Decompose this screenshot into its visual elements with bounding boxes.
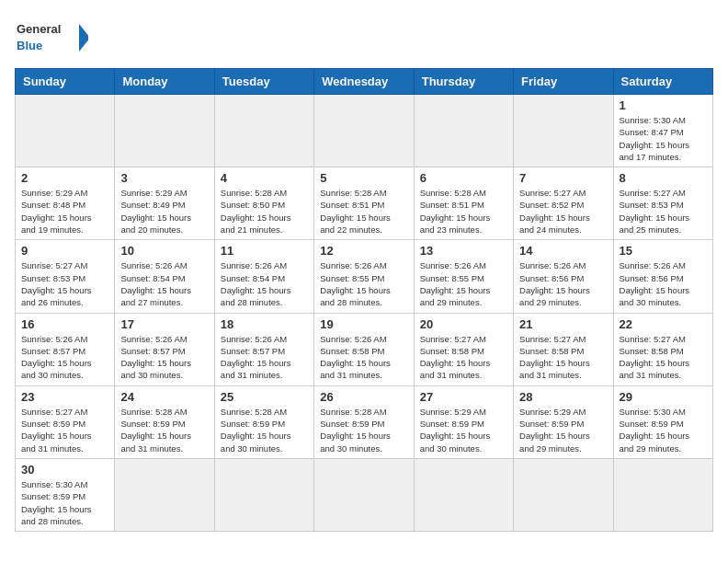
calendar-cell bbox=[115, 95, 214, 167]
calendar-cell: 4Sunrise: 5:28 AM Sunset: 8:50 PM Daylig… bbox=[214, 167, 313, 240]
calendar-cell: 2Sunrise: 5:29 AM Sunset: 8:48 PM Daylig… bbox=[16, 167, 115, 240]
day-number: 8 bbox=[620, 171, 707, 185]
calendar-cell: 11Sunrise: 5:26 AM Sunset: 8:54 PM Dayli… bbox=[214, 240, 313, 313]
calendar-cell: 21Sunrise: 5:27 AM Sunset: 8:58 PM Dayli… bbox=[514, 313, 613, 385]
day-info: Sunrise: 5:30 AM Sunset: 8:59 PM Dayligh… bbox=[21, 478, 108, 527]
day-number: 26 bbox=[320, 390, 407, 404]
calendar-cell: 18Sunrise: 5:26 AM Sunset: 8:57 PM Dayli… bbox=[214, 313, 313, 385]
calendar-cell bbox=[16, 95, 115, 167]
day-number: 20 bbox=[420, 317, 507, 331]
calendar-cell: 26Sunrise: 5:28 AM Sunset: 8:59 PM Dayli… bbox=[314, 385, 414, 458]
calendar-cell: 9Sunrise: 5:27 AM Sunset: 8:53 PM Daylig… bbox=[16, 240, 115, 313]
day-info: Sunrise: 5:26 AM Sunset: 8:54 PM Dayligh… bbox=[120, 259, 208, 308]
day-info: Sunrise: 5:26 AM Sunset: 8:56 PM Dayligh… bbox=[519, 259, 607, 308]
calendar-cell bbox=[214, 458, 313, 531]
day-info: Sunrise: 5:28 AM Sunset: 8:50 PM Dayligh… bbox=[221, 187, 308, 236]
day-info: Sunrise: 5:27 AM Sunset: 8:53 PM Dayligh… bbox=[620, 187, 707, 236]
weekday-header-row: SundayMondayTuesdayWednesdayThursdayFrid… bbox=[16, 69, 713, 95]
calendar-cell: 8Sunrise: 5:27 AM Sunset: 8:53 PM Daylig… bbox=[613, 167, 712, 240]
day-info: Sunrise: 5:26 AM Sunset: 8:55 PM Dayligh… bbox=[420, 259, 507, 308]
day-info: Sunrise: 5:29 AM Sunset: 8:48 PM Dayligh… bbox=[21, 187, 108, 236]
day-info: Sunrise: 5:29 AM Sunset: 8:59 PM Dayligh… bbox=[519, 406, 607, 454]
calendar-cell: 13Sunrise: 5:26 AM Sunset: 8:55 PM Dayli… bbox=[414, 240, 513, 313]
calendar-cell: 1Sunrise: 5:30 AM Sunset: 8:47 PM Daylig… bbox=[613, 95, 712, 167]
day-info: Sunrise: 5:26 AM Sunset: 8:54 PM Dayligh… bbox=[221, 259, 308, 308]
calendar-row-2: 2Sunrise: 5:29 AM Sunset: 8:48 PM Daylig… bbox=[16, 167, 713, 240]
day-info: Sunrise: 5:28 AM Sunset: 8:59 PM Dayligh… bbox=[320, 406, 407, 454]
weekday-header-wednesday: Wednesday bbox=[314, 69, 414, 95]
svg-marker-2 bbox=[79, 24, 88, 52]
day-info: Sunrise: 5:26 AM Sunset: 8:57 PM Dayligh… bbox=[120, 333, 208, 382]
calendar-cell bbox=[314, 458, 414, 531]
day-info: Sunrise: 5:27 AM Sunset: 8:53 PM Dayligh… bbox=[21, 259, 108, 308]
calendar-cell bbox=[314, 95, 414, 167]
calendar-cell: 20Sunrise: 5:27 AM Sunset: 8:58 PM Dayli… bbox=[414, 313, 513, 385]
day-number: 21 bbox=[519, 317, 607, 331]
calendar-header: General Blue bbox=[15, 15, 713, 61]
calendar-row-6: 30Sunrise: 5:30 AM Sunset: 8:59 PM Dayli… bbox=[16, 458, 713, 531]
calendar-cell bbox=[414, 458, 513, 531]
calendar-cell: 14Sunrise: 5:26 AM Sunset: 8:56 PM Dayli… bbox=[514, 240, 613, 313]
day-info: Sunrise: 5:30 AM Sunset: 8:59 PM Dayligh… bbox=[620, 406, 707, 454]
calendar-cell: 24Sunrise: 5:28 AM Sunset: 8:59 PM Dayli… bbox=[115, 385, 214, 458]
day-info: Sunrise: 5:28 AM Sunset: 8:59 PM Dayligh… bbox=[221, 406, 308, 454]
day-number: 16 bbox=[21, 317, 108, 331]
calendar-cell bbox=[613, 458, 712, 531]
day-info: Sunrise: 5:30 AM Sunset: 8:47 PM Dayligh… bbox=[620, 114, 707, 163]
day-number: 11 bbox=[221, 244, 308, 258]
day-info: Sunrise: 5:26 AM Sunset: 8:58 PM Dayligh… bbox=[320, 333, 407, 382]
calendar-cell: 16Sunrise: 5:26 AM Sunset: 8:57 PM Dayli… bbox=[16, 313, 115, 385]
day-number: 24 bbox=[120, 390, 208, 404]
weekday-header-sunday: Sunday bbox=[16, 69, 115, 95]
day-info: Sunrise: 5:28 AM Sunset: 8:51 PM Dayligh… bbox=[320, 187, 407, 236]
svg-text:Blue: Blue bbox=[17, 39, 42, 52]
calendar-cell: 12Sunrise: 5:26 AM Sunset: 8:55 PM Dayli… bbox=[314, 240, 414, 313]
day-number: 25 bbox=[221, 390, 308, 404]
day-info: Sunrise: 5:26 AM Sunset: 8:57 PM Dayligh… bbox=[221, 333, 308, 382]
day-number: 9 bbox=[21, 244, 108, 258]
calendar-cell: 10Sunrise: 5:26 AM Sunset: 8:54 PM Dayli… bbox=[115, 240, 214, 313]
weekday-header-friday: Friday bbox=[514, 69, 613, 95]
day-info: Sunrise: 5:27 AM Sunset: 8:58 PM Dayligh… bbox=[519, 333, 607, 382]
day-info: Sunrise: 5:28 AM Sunset: 8:51 PM Dayligh… bbox=[420, 187, 507, 236]
weekday-header-monday: Monday bbox=[115, 69, 214, 95]
calendar-cell: 30Sunrise: 5:30 AM Sunset: 8:59 PM Dayli… bbox=[16, 458, 115, 531]
calendar-cell: 6Sunrise: 5:28 AM Sunset: 8:51 PM Daylig… bbox=[414, 167, 513, 240]
day-info: Sunrise: 5:27 AM Sunset: 8:59 PM Dayligh… bbox=[21, 406, 108, 454]
calendar-cell: 29Sunrise: 5:30 AM Sunset: 8:59 PM Dayli… bbox=[613, 385, 712, 458]
calendar-row-1: 1Sunrise: 5:30 AM Sunset: 8:47 PM Daylig… bbox=[16, 95, 713, 167]
day-number: 6 bbox=[420, 171, 507, 185]
calendar-row-4: 16Sunrise: 5:26 AM Sunset: 8:57 PM Dayli… bbox=[16, 313, 713, 385]
calendar-cell bbox=[514, 95, 613, 167]
day-number: 22 bbox=[620, 317, 707, 331]
calendar-cell bbox=[115, 458, 214, 531]
day-number: 5 bbox=[320, 171, 407, 185]
day-number: 1 bbox=[620, 98, 707, 112]
calendar-cell: 25Sunrise: 5:28 AM Sunset: 8:59 PM Dayli… bbox=[214, 385, 313, 458]
calendar-cell: 5Sunrise: 5:28 AM Sunset: 8:51 PM Daylig… bbox=[314, 167, 414, 240]
calendar-cell: 3Sunrise: 5:29 AM Sunset: 8:49 PM Daylig… bbox=[115, 167, 214, 240]
day-number: 15 bbox=[620, 244, 707, 258]
day-number: 7 bbox=[519, 171, 607, 185]
day-number: 12 bbox=[320, 244, 407, 258]
calendar-cell: 22Sunrise: 5:27 AM Sunset: 8:58 PM Dayli… bbox=[613, 313, 712, 385]
calendar-row-5: 23Sunrise: 5:27 AM Sunset: 8:59 PM Dayli… bbox=[16, 385, 713, 458]
day-number: 13 bbox=[420, 244, 507, 258]
weekday-header-tuesday: Tuesday bbox=[214, 69, 313, 95]
calendar-row-3: 9Sunrise: 5:27 AM Sunset: 8:53 PM Daylig… bbox=[16, 240, 713, 313]
calendar-cell bbox=[414, 95, 513, 167]
day-number: 29 bbox=[620, 390, 707, 404]
calendar-table: SundayMondayTuesdayWednesdayThursdayFrid… bbox=[15, 68, 713, 532]
day-info: Sunrise: 5:26 AM Sunset: 8:55 PM Dayligh… bbox=[320, 259, 407, 308]
weekday-header-thursday: Thursday bbox=[414, 69, 513, 95]
day-info: Sunrise: 5:29 AM Sunset: 8:59 PM Dayligh… bbox=[420, 406, 507, 454]
weekday-header-saturday: Saturday bbox=[613, 69, 712, 95]
day-number: 19 bbox=[320, 317, 407, 331]
calendar-cell: 28Sunrise: 5:29 AM Sunset: 8:59 PM Dayli… bbox=[514, 385, 613, 458]
calendar-cell: 17Sunrise: 5:26 AM Sunset: 8:57 PM Dayli… bbox=[115, 313, 214, 385]
day-number: 4 bbox=[221, 171, 308, 185]
calendar-cell: 7Sunrise: 5:27 AM Sunset: 8:52 PM Daylig… bbox=[514, 167, 613, 240]
day-number: 23 bbox=[21, 390, 108, 404]
logo: General Blue bbox=[15, 15, 88, 61]
day-number: 2 bbox=[21, 171, 108, 185]
